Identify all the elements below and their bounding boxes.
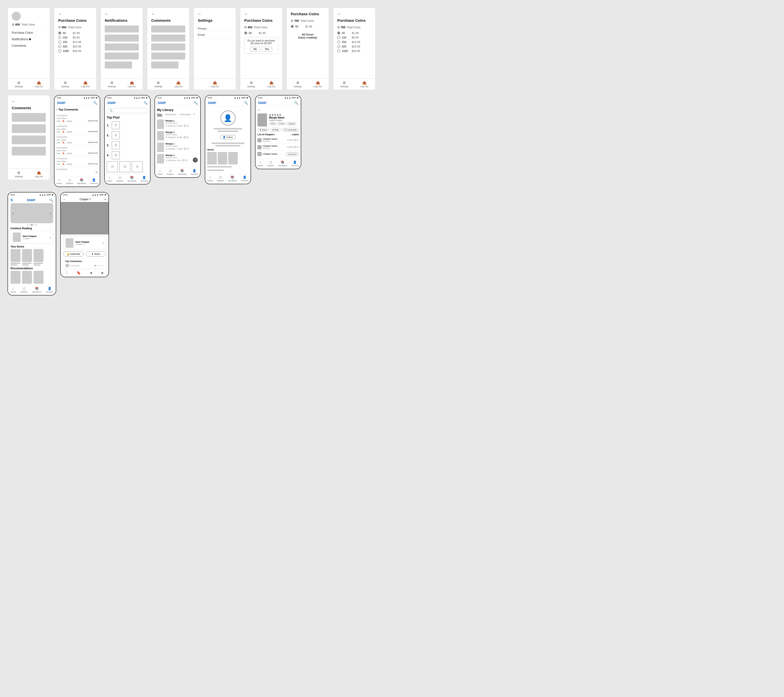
share-btn[interactable]: Share [67, 142, 72, 144]
rank-item-4[interactable]: 4. ✕ [107, 151, 148, 159]
logout-nav-item[interactable]: 📤 Log Out [314, 81, 322, 88]
menu-icon[interactable]: ≡ [104, 198, 106, 201]
home-nav[interactable]: ⌂ Home [107, 176, 112, 182]
logout-nav-item[interactable]: 📤 Log Out [360, 81, 368, 88]
like-btn[interactable]: Like [56, 120, 60, 122]
settings-nav-item[interactable]: ⚙ Settings [108, 81, 116, 88]
settings-nav-item[interactable]: ⚙ Settings [15, 81, 23, 88]
chapter-item-3[interactable]: 3 Chapter Name Subscribe [257, 151, 299, 157]
work-2[interactable] [218, 152, 227, 165]
explore-nav[interactable]: ◻ Explore [167, 169, 173, 175]
bookmark-btn[interactable]: 🔖 [62, 152, 65, 155]
next-chapter-btn[interactable]: ► [101, 271, 104, 275]
explore-nav[interactable]: ◻ Explore [117, 176, 123, 182]
explore-nav[interactable]: ◻ Explore [267, 160, 274, 167]
manga-item-4[interactable]: Manga 1 Author Name ⏱ 01/01/xx♥ 12💬 21 + [157, 154, 198, 163]
continue-reading-card[interactable]: Next Chapter Chapter 7 › [10, 231, 53, 244]
share-btn[interactable]: Share [67, 120, 72, 122]
menu-purchase-coins[interactable]: Purchase Coins [12, 31, 46, 35]
chapter-item-2[interactable]: 2 Chapter Name 06/01/xx ♥ 150 💬 12 [257, 144, 299, 151]
work-1[interactable] [207, 152, 217, 165]
package-50-done[interactable]: 50 $1.99 [291, 25, 325, 28]
rec-3[interactable] [33, 271, 43, 284]
search-icon[interactable]: 🔍 [244, 101, 248, 105]
share-btn[interactable]: Share [67, 163, 72, 165]
rank-item-3[interactable]: 3. ✕ [107, 141, 148, 149]
carousel-left-arrow[interactable]: ‹ [13, 211, 14, 216]
home-nav[interactable]: ⌂ Home [208, 176, 213, 182]
tab-bookmarks[interactable]: Bookmarks [165, 113, 176, 116]
back-button[interactable]: ← [63, 198, 66, 201]
search-icon[interactable]: 🔍 [194, 101, 198, 105]
like-btn[interactable]: Like [56, 152, 60, 155]
like-btn[interactable]: Like [56, 163, 60, 165]
package-1000[interactable]: 1000 $49.99 [58, 49, 92, 53]
library-nav[interactable]: 📚 My library [77, 178, 86, 185]
logout-nav-item[interactable]: 📤 Log Out [81, 81, 89, 88]
logout-nav-item[interactable]: 📤 Log Out [35, 171, 43, 178]
home-nav[interactable]: ⌂ Home [157, 169, 163, 175]
tab-f[interactable]: F [194, 113, 195, 116]
manga-item-3[interactable]: Manga 1 Author Name ⏱ 01/01/xx♥ 125💬 21 [157, 142, 198, 152]
menu-notifications[interactable]: Notifications [12, 37, 46, 41]
like-btn[interactable]: ♡ [65, 271, 68, 275]
back-button[interactable]: ← [198, 12, 232, 16]
library-nav[interactable]: 📚 My library [33, 287, 41, 293]
account-nav[interactable]: 👤 Account [241, 176, 248, 182]
series-2[interactable] [22, 249, 32, 262]
work-3[interactable] [228, 152, 238, 165]
tab-favs[interactable]: Favs [157, 113, 162, 116]
back-button[interactable]: ← [151, 12, 185, 16]
next-chapter-card[interactable]: Next Chapter Chapter 8 › [63, 237, 106, 249]
tab-subscribed[interactable]: Subscribed [180, 113, 191, 116]
package-1000-2[interactable]: 1000 $49.99 [337, 49, 371, 53]
search-icon[interactable]: 🔍 [93, 101, 97, 105]
package-100[interactable]: 100 $5.99 [58, 36, 92, 39]
package-50[interactable]: 50 $1.99 [58, 31, 92, 35]
rank-item-1[interactable]: 1. ✕ [107, 121, 148, 129]
back-button[interactable]: ← [337, 12, 371, 16]
pencil-icon[interactable]: ✏ [96, 171, 98, 173]
rec-2[interactable] [22, 271, 32, 284]
logout-nav-item[interactable]: 📤 Log Out [267, 81, 275, 88]
carousel-right-arrow[interactable]: › [50, 211, 51, 216]
bookmark-btn[interactable]: 🔖 [62, 120, 65, 122]
menu-comments[interactable]: Comments [12, 43, 46, 48]
library-nav[interactable]: 📚 My library [228, 176, 237, 182]
library-nav[interactable]: 📚 My library [278, 160, 287, 167]
subscribe-button[interactable]: 🔔 Subscribe [63, 252, 84, 257]
home-nav[interactable]: ⌂ Home [10, 287, 16, 293]
package-250-2[interactable]: 250 $14.99 [337, 41, 371, 43]
manga-item-2[interactable]: Manga 1 Author Name ⏱ 01/01/xx♥ 125💬 21 [157, 131, 198, 140]
chapter-item-1[interactable]: 1 Chapter Name 06/01/xx ♥ 150 💬 12 [257, 137, 299, 144]
share-button[interactable]: ⬆ Share [257, 128, 269, 132]
manga-item-1[interactable]: Manga 1 Author Name ⏱ 01/01/xx♥ 125💬 21 [157, 120, 198, 129]
package-250[interactable]: 250 $14.99 [58, 41, 92, 43]
back-button[interactable]: ← [244, 12, 278, 16]
logout-nav-item[interactable]: 📤 Log Out [211, 81, 219, 88]
settings-nav-item[interactable]: ⚙ Settings [154, 81, 163, 88]
sort-icon[interactable]: ↕ Latest [290, 133, 299, 136]
search-icon[interactable]: 🔍 [143, 101, 148, 105]
package-500-2[interactable]: 500 $24.99 [337, 45, 371, 48]
prev-chapter-btn[interactable]: ◄ [89, 271, 92, 275]
package-50-sel[interactable]: 50 $1.99 [244, 31, 278, 35]
home-nav[interactable]: ⌂ Home [57, 178, 62, 185]
back-button[interactable]: ‹ [56, 108, 58, 111]
rate-button[interactable]: ★ Rate [270, 128, 281, 132]
library-nav[interactable]: 📚 My library [178, 169, 187, 175]
package-500[interactable]: 500 $24.99 [58, 45, 92, 48]
like-btn[interactable]: Like [56, 131, 60, 133]
dialog-yes-button[interactable]: Yes [262, 47, 272, 51]
rec-1[interactable] [10, 271, 20, 284]
share-btn[interactable]: Share [67, 152, 72, 155]
search-icon[interactable]: 🔍 [49, 198, 53, 202]
bookmark-btn[interactable]: 🔖 [62, 163, 65, 165]
logout-nav-item[interactable]: 📤 Log Out [174, 81, 182, 88]
account-nav[interactable]: 👤 Account [46, 287, 53, 293]
library-nav[interactable]: 📚 My library [128, 176, 137, 182]
series-3[interactable] [33, 249, 43, 262]
rank-item-2[interactable]: 2. ✕ [107, 131, 148, 139]
dialog-no-button[interactable]: No [250, 47, 260, 51]
account-nav[interactable]: 👤 Account [291, 160, 298, 167]
